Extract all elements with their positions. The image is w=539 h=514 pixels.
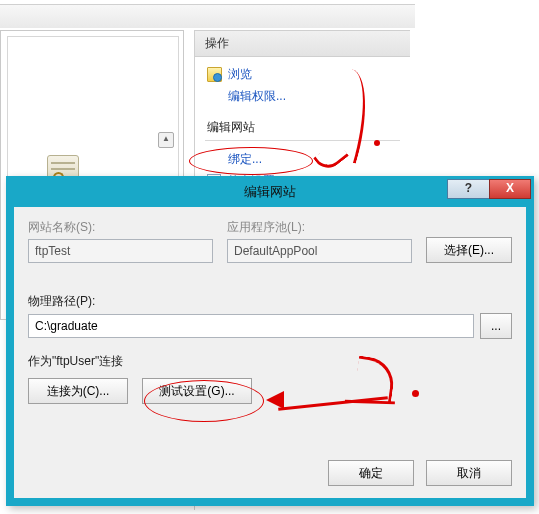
app-pool-input: [227, 239, 412, 263]
annotation-ellipse-1: [189, 147, 313, 175]
annotation-dot-1: [374, 140, 380, 146]
titlebar-buttons: ? X: [447, 179, 531, 199]
physical-path-input[interactable]: [28, 314, 474, 338]
divider: [205, 140, 400, 142]
browse-icon: [207, 67, 222, 82]
annotation-ellipse-2: [144, 380, 264, 422]
parent-toolbar-strip: [0, 4, 415, 28]
site-name-label: 网站名称(S):: [28, 219, 213, 236]
actions-header: 操作: [195, 30, 410, 57]
browse-path-button[interactable]: ...: [480, 313, 512, 339]
scroll-up-button[interactable]: ▲: [158, 132, 174, 148]
annotation-dot-2: [412, 390, 419, 397]
action-edit-permissions[interactable]: 编辑权限...: [207, 85, 398, 107]
action-browse[interactable]: 浏览: [207, 63, 398, 85]
action-browse-label: 浏览: [228, 63, 252, 85]
help-button[interactable]: ?: [447, 179, 489, 199]
close-button[interactable]: X: [489, 179, 531, 199]
section-edit-site-label: 编辑网站: [195, 113, 410, 138]
select-app-pool-button[interactable]: 选择(E)...: [426, 237, 512, 263]
app-pool-label: 应用程序池(L):: [227, 219, 412, 236]
action-edit-perm-label: 编辑权限...: [228, 85, 286, 107]
connect-as-text: 作为"ftpUser"连接: [28, 353, 512, 370]
ok-button[interactable]: 确定: [328, 460, 414, 486]
physical-path-label: 物理路径(P):: [28, 293, 512, 310]
dialog-body: 网站名称(S): 应用程序池(L): 选择(E)... 物理路径(P): ...…: [14, 207, 526, 498]
cancel-button[interactable]: 取消: [426, 460, 512, 486]
connect-as-button[interactable]: 连接为(C)...: [28, 378, 128, 404]
edit-site-dialog: 编辑网站 ? X 网站名称(S): 应用程序池(L): 选择(E)... 物理路…: [6, 176, 534, 506]
site-name-input: [28, 239, 213, 263]
